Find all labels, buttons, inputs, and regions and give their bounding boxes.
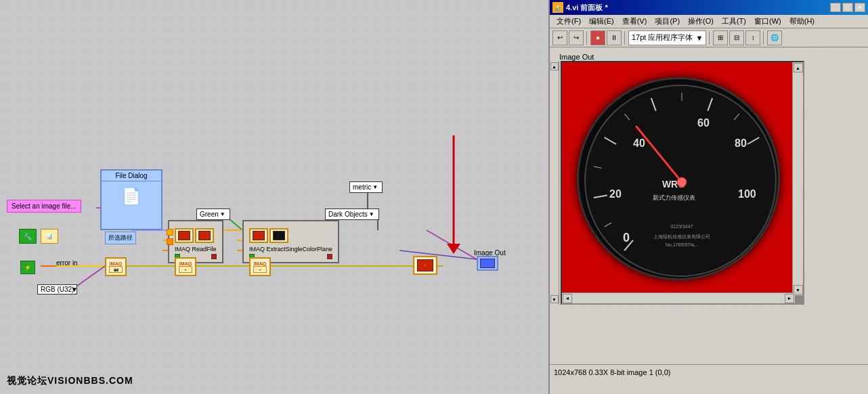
green-dropdown[interactable]: Green ▼: [196, 209, 230, 220]
menu-bar: 文件(F) 编辑(E) 查看(V) 项目(P) 操作(O) 工具(T) 窗口(W…: [550, 15, 868, 28]
block-diagram: Select an image file... File Dialog 📄 所选…: [0, 0, 548, 394]
imaq-extract-label: IMAQ ExtractSingleColorPlane: [249, 246, 332, 253]
svg-line-17: [399, 250, 477, 259]
pause-button[interactable]: ⏸: [607, 30, 622, 45]
file-dialog-title: File Dialog: [102, 171, 161, 181]
watermark: 视觉论坛VISIONBBS.COM: [7, 375, 133, 387]
svg-line-38: [636, 127, 682, 182]
menu-tools[interactable]: 工具(T): [718, 15, 750, 28]
gauge-image-content: 0 20 40 60 80 100 WRG: [562, 62, 795, 295]
svg-line-32: [747, 137, 759, 144]
imaq-logo-box-3: IMAQ +: [249, 257, 271, 276]
svg-line-30: [651, 98, 656, 111]
menu-operate[interactable]: 操作(O): [684, 15, 718, 28]
window-controls[interactable]: _ □ ×: [830, 3, 865, 12]
maximize-button[interactable]: □: [842, 3, 853, 12]
toolbar: ↩ ↪ ● ⏸ 17pt 应用程序字体 ▼ ⊞ ⊟ ↕ 🌐: [550, 28, 868, 47]
green-dropdown-label: Green: [200, 211, 219, 218]
gauge-svg: 0 20 40 60 80 100 WRG: [586, 86, 778, 278]
font-name: 17pt 应用程序字体: [632, 32, 693, 43]
svg-point-39: [677, 177, 687, 187]
vscroll-up[interactable]: ▲: [794, 63, 803, 72]
port-red: [211, 254, 217, 259]
svg-text:80: 80: [735, 137, 747, 149]
wire-canvas: [0, 0, 548, 394]
svg-line-35: [624, 114, 630, 120]
toolbar-sep-2: [624, 31, 626, 45]
toolbar-sep-3: [709, 31, 710, 45]
select-image-button[interactable]: Select an image file...: [7, 200, 81, 213]
rgb-arrow-icon: ▼: [71, 286, 78, 293]
toolbar-sep-1: [586, 31, 588, 45]
file-dialog-path-label: 所选路径: [105, 232, 136, 244]
dropdown-arrow-icon: ▼: [220, 211, 225, 217]
scroll-down-button[interactable]: ▼: [550, 295, 559, 303]
imaq-logo-box-2: IMAQ +: [175, 257, 196, 276]
imaq-thumbnail-1: [175, 228, 194, 243]
hscroll-left[interactable]: ◄: [563, 294, 572, 303]
font-dropdown[interactable]: 17pt 应用程序字体 ▼: [628, 30, 706, 45]
menu-edit[interactable]: 编辑(E): [585, 15, 618, 28]
menu-view[interactable]: 查看(V): [618, 15, 651, 28]
svg-line-33: [605, 223, 611, 227]
align-button-1[interactable]: ⊞: [713, 30, 728, 45]
extra-button[interactable]: 🌐: [767, 30, 782, 45]
dark-objects-label: Dark Objects: [328, 211, 368, 218]
toolbar-sep-4: [763, 31, 764, 45]
left-scroll-controls: ▲ ▼: [550, 61, 559, 305]
svg-marker-10: [447, 244, 460, 254]
file-icon: 📄: [121, 187, 142, 206]
image-out-indicator-bd[interactable]: [477, 256, 498, 271]
svg-line-8: [427, 230, 477, 259]
status-bar: 1024x768 0.33X 8-bit image 1 (0,0): [550, 364, 868, 379]
metric-dropdown-arrow-icon: ▼: [372, 184, 378, 190]
imaq-logo-box-1: IMAQ 📷: [105, 257, 127, 276]
file-dialog-box[interactable]: File Dialog 📄: [100, 169, 162, 230]
image-hscroll[interactable]: ◄ ►: [562, 292, 795, 303]
gauge-outer-ring: 0 20 40 60 80 100 WRG: [577, 77, 780, 280]
gauge-face: 0 20 40 60 80 100 WRG: [584, 85, 777, 277]
app-icon: 🔬: [552, 2, 563, 13]
stop-button[interactable]: ●: [590, 30, 605, 45]
minimize-button[interactable]: _: [830, 3, 841, 12]
error-in-label: error in: [56, 259, 78, 267]
menu-help[interactable]: 帮助(H): [785, 15, 819, 28]
image-out-panel-label: Image Out: [559, 53, 594, 61]
scroll-up-button[interactable]: ▲: [550, 62, 559, 70]
align-button-2[interactable]: ⊟: [729, 30, 744, 45]
status-text: 1024x768 0.33X 8-bit image 1 (0,0): [554, 368, 670, 376]
hscroll-right[interactable]: ►: [785, 294, 794, 303]
menu-window[interactable]: 窗口(W): [750, 15, 785, 28]
extract-port-red: [327, 254, 332, 259]
svg-text:0123/3447: 0123/3447: [670, 224, 693, 229]
dark-objects-dropdown[interactable]: Dark Objects ▼: [325, 209, 379, 220]
connector-2: [167, 238, 173, 245]
metric-dropdown-label: metric: [353, 183, 371, 191]
svg-line-29: [605, 137, 616, 144]
imaq-thumbnail-2: [195, 228, 214, 243]
title-bar: 🔬 4.vi 前面板 * _ □ ×: [550, 0, 868, 15]
svg-text:新式力传感仪表: 新式力传感仪表: [653, 194, 695, 201]
redo-button[interactable]: ↪: [569, 30, 584, 45]
svg-text:No.1765/97fa...: No.1765/97fa...: [666, 242, 698, 247]
svg-line-31: [708, 98, 712, 111]
align-button-3[interactable]: ↕: [745, 30, 760, 45]
svg-line-11: [74, 266, 105, 288]
undo-button[interactable]: ↩: [552, 30, 567, 45]
metric-dropdown[interactable]: metric ▼: [349, 181, 383, 193]
menu-file[interactable]: 文件(F): [552, 15, 585, 28]
close-button[interactable]: ×: [854, 3, 865, 12]
connector-1: [167, 229, 173, 236]
image-vscroll[interactable]: ▲ ▼: [792, 62, 803, 295]
svg-text:100: 100: [738, 188, 756, 200]
imaq-readfile-label: IMAQ ReadFile: [175, 246, 217, 253]
scroll-track: [552, 70, 557, 295]
svg-text:0: 0: [623, 231, 630, 244]
imaq-extract-thumbnail-2: [269, 228, 288, 243]
svg-text:上海陆机传感仪表有限公司: 上海陆机传感仪表有限公司: [653, 234, 710, 240]
error-in-icon: ⚡: [20, 261, 35, 274]
image-display: 0 20 40 60 80 100 WRG: [561, 61, 804, 305]
small-icon-1: 🔧: [19, 229, 37, 244]
svg-text:60: 60: [697, 117, 710, 129]
menu-project[interactable]: 项目(P): [651, 15, 684, 28]
